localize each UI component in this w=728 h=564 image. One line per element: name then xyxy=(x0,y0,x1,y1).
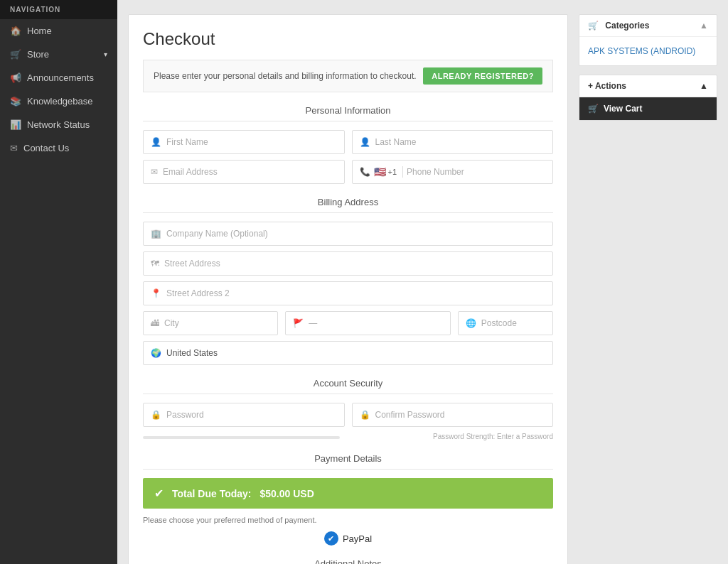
globe-icon: 🌐 xyxy=(466,318,476,328)
phone-flag: 🇺🇸 +1 xyxy=(374,166,404,178)
payment-title: Payment Details xyxy=(143,453,553,470)
company-name-field[interactable]: 🏢 xyxy=(143,222,553,246)
globe2-icon: 🌍 xyxy=(151,348,161,358)
state-icon: 🚩 xyxy=(293,318,304,328)
view-cart-button[interactable]: 🛒 View Cart xyxy=(579,97,717,120)
total-amount: $50.00 USD xyxy=(259,488,314,499)
additional-notes-section: Additional Notes xyxy=(143,558,553,564)
account-security-title: Account Security xyxy=(143,378,553,394)
street-address-field[interactable]: 🗺 xyxy=(143,251,553,276)
categories-title: Categories xyxy=(605,21,649,31)
sidebar-item-label: Home xyxy=(27,26,52,36)
password-strength-row: Password Strength: Enter a Password xyxy=(143,433,553,440)
main-content: Checkout Please enter your personal deta… xyxy=(128,14,568,564)
paypal-label: PayPal xyxy=(343,533,372,544)
sidebar-item-label: Contact Us xyxy=(23,143,69,153)
sidebar-item-network-status[interactable]: 📊 Network Status xyxy=(0,113,117,136)
lock2-icon: 🔒 xyxy=(360,410,370,420)
user-icon: 👤 xyxy=(151,137,161,147)
checkmark-icon: ✔ xyxy=(154,487,164,500)
phone-prefix: +1 xyxy=(388,168,397,176)
password-field[interactable]: 🔒 xyxy=(143,403,345,427)
paypal-check-icon: ✔ xyxy=(324,531,338,546)
knowledgebase-icon: 📚 xyxy=(10,96,21,107)
contact-icon: ✉ xyxy=(10,143,18,153)
sidebar-item-store[interactable]: 🛒 Store ▾ xyxy=(0,43,117,66)
confirm-password-input[interactable] xyxy=(375,410,546,420)
page-title: Checkout xyxy=(143,29,553,49)
postcode-field[interactable]: 🌐 xyxy=(458,311,553,335)
country-input[interactable] xyxy=(166,348,545,358)
plus-icon: + xyxy=(588,81,593,91)
state-input[interactable] xyxy=(309,318,442,328)
phone-input[interactable] xyxy=(407,167,545,177)
right-sidebar: 🛒 Categories ▲ APK SYSTEMS (ANDROID) + A… xyxy=(579,14,717,564)
category-item-apk[interactable]: APK SYSTEMS (ANDROID) xyxy=(588,44,708,58)
sidebar-item-knowledgebase[interactable]: 📚 Knowledgebase xyxy=(0,90,117,113)
billing-title: Billing Address xyxy=(143,197,553,213)
cart-btn-icon: 🛒 xyxy=(588,104,599,114)
payment-total-bar: ✔ Total Due Today: $50.00 USD xyxy=(143,478,553,509)
last-name-input[interactable] xyxy=(375,137,546,147)
network-status-icon: 📊 xyxy=(10,119,21,130)
city-input[interactable] xyxy=(164,318,270,328)
street-address-input[interactable] xyxy=(164,259,545,269)
store-icon: 🛒 xyxy=(10,49,21,60)
last-name-field[interactable]: 👤 xyxy=(352,130,554,154)
actions-widget-header[interactable]: + Actions ▲ xyxy=(579,75,717,97)
password-input[interactable] xyxy=(166,410,337,420)
phone-icon: 📞 xyxy=(360,167,370,177)
collapse-actions-icon[interactable]: ▲ xyxy=(700,81,708,91)
collapse-categories-icon[interactable]: ▲ xyxy=(700,21,708,31)
sidebar-nav-header: NAVIGATION xyxy=(0,0,117,19)
sidebar-item-home[interactable]: 🏠 Home xyxy=(0,19,117,43)
us-flag: 🇺🇸 xyxy=(374,166,386,178)
payment-method-text: Please choose your preferred method of p… xyxy=(143,516,553,524)
confirm-password-field[interactable]: 🔒 xyxy=(352,403,554,427)
account-security-section: Account Security 🔒 🔒 Password Strength: … xyxy=(143,378,553,440)
already-registered-button[interactable]: ALREADY REGISTERED? xyxy=(423,67,542,85)
home-icon: 🏠 xyxy=(10,26,21,36)
map-icon: 🗺 xyxy=(151,259,159,269)
sidebar: NAVIGATION 🏠 Home 🛒 Store ▾ 📢 Announceme… xyxy=(0,0,117,564)
password-strength-text: Password Strength: Enter a Password xyxy=(347,433,553,440)
city-icon: 🏙 xyxy=(151,318,159,328)
billing-section: Billing Address 🏢 🗺 📍 xyxy=(143,197,553,365)
actions-widget: + Actions ▲ 🛒 View Cart xyxy=(579,75,717,121)
paypal-option[interactable]: ✔ PayPal xyxy=(143,531,553,546)
additional-notes-title: Additional Notes xyxy=(143,558,553,564)
categories-widget: 🛒 Categories ▲ APK SYSTEMS (ANDROID) xyxy=(579,14,717,66)
already-registered-bar: Please enter your personal details and b… xyxy=(143,60,553,92)
personal-info-section: Personal Information 👤 👤 ✉ 📞 xyxy=(143,105,553,184)
sidebar-item-label: Network Status xyxy=(27,119,90,130)
sidebar-item-label: Announcements xyxy=(27,72,94,83)
building-icon: 🏢 xyxy=(151,229,161,239)
postcode-input[interactable] xyxy=(481,318,545,328)
street-address2-input[interactable] xyxy=(166,288,545,298)
sidebar-item-contact-us[interactable]: ✉ Contact Us xyxy=(0,136,117,160)
first-name-input[interactable] xyxy=(166,137,337,147)
state-field[interactable]: 🚩 xyxy=(285,311,450,335)
country-field[interactable]: 🌍 xyxy=(143,341,553,365)
user-icon: 👤 xyxy=(360,137,370,147)
categories-widget-body: APK SYSTEMS (ANDROID) xyxy=(579,37,717,65)
email-input[interactable] xyxy=(163,167,337,177)
location-icon: 📍 xyxy=(151,288,161,298)
street-address2-field[interactable]: 📍 xyxy=(143,281,553,305)
total-label: Total Due Today: xyxy=(172,488,251,499)
first-name-field[interactable]: 👤 xyxy=(143,130,345,154)
already-registered-text: Please enter your personal details and b… xyxy=(154,71,417,81)
sidebar-item-label: Knowledgebase xyxy=(27,96,93,107)
password-strength-bar xyxy=(143,436,340,439)
envelope-icon: ✉ xyxy=(151,167,158,177)
cart-icon: 🛒 xyxy=(588,21,599,31)
city-field[interactable]: 🏙 xyxy=(143,311,278,335)
chevron-down-icon: ▾ xyxy=(104,50,107,58)
payment-section: Payment Details ✔ Total Due Today: $50.0… xyxy=(143,453,553,546)
sidebar-item-announcements[interactable]: 📢 Announcements xyxy=(0,66,117,90)
company-name-input[interactable] xyxy=(166,229,545,239)
lock-icon: 🔒 xyxy=(151,410,161,420)
email-field[interactable]: ✉ xyxy=(143,160,345,184)
announcements-icon: 📢 xyxy=(10,72,21,83)
phone-field[interactable]: 📞 🇺🇸 +1 xyxy=(352,160,554,184)
